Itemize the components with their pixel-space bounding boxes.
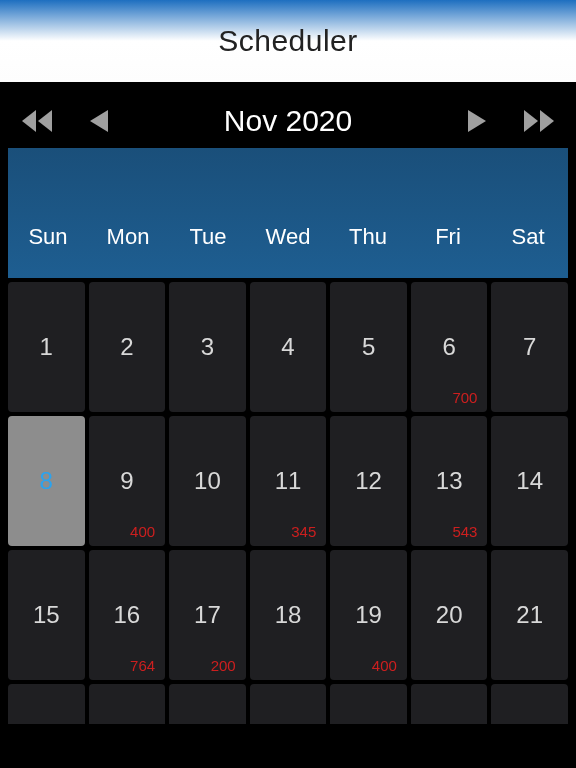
calendar-day-cell[interactable]: 15 xyxy=(8,550,85,680)
day-number: 5 xyxy=(362,333,375,361)
calendar-day-cell[interactable] xyxy=(89,684,166,724)
calendar-day-cell[interactable]: 5 xyxy=(330,282,407,412)
weekday-label: Mon xyxy=(88,224,168,250)
day-number: 2 xyxy=(120,333,133,361)
calendar-day-cell[interactable]: 21 xyxy=(491,550,568,680)
svg-marker-4 xyxy=(524,110,538,132)
calendar-day-cell[interactable]: 17200 xyxy=(169,550,246,680)
svg-marker-1 xyxy=(38,110,52,132)
calendar-day-cell[interactable]: 16764 xyxy=(89,550,166,680)
calendar-day-cell[interactable] xyxy=(250,684,327,724)
weekday-label: Thu xyxy=(328,224,408,250)
chevron-left-icon xyxy=(90,110,108,132)
calendar-day-cell[interactable] xyxy=(491,684,568,724)
calendar-day-cell[interactable] xyxy=(330,684,407,724)
day-number: 12 xyxy=(355,467,382,495)
calendar-day-cell[interactable]: 6700 xyxy=(411,282,488,412)
day-badge: 345 xyxy=(291,523,316,540)
calendar-day-cell[interactable]: 11345 xyxy=(250,416,327,546)
calendar-day-cell[interactable]: 1 xyxy=(8,282,85,412)
weekday-label: Wed xyxy=(248,224,328,250)
day-number: 17 xyxy=(194,601,221,629)
title-bar: Scheduler xyxy=(0,0,576,82)
day-badge: 543 xyxy=(452,523,477,540)
day-number: 16 xyxy=(114,601,141,629)
calendar-day-cell[interactable]: 7 xyxy=(491,282,568,412)
day-number: 11 xyxy=(275,467,302,495)
weekday-label: Tue xyxy=(168,224,248,250)
calendar-day-cell[interactable]: 10 xyxy=(169,416,246,546)
svg-marker-5 xyxy=(540,110,554,132)
svg-marker-0 xyxy=(22,110,36,132)
day-number: 20 xyxy=(436,601,463,629)
calendar-grid: 1234567007894001011345121354314151676417… xyxy=(8,278,568,680)
day-badge: 764 xyxy=(130,657,155,674)
calendar-day-cell[interactable]: 19400 xyxy=(330,550,407,680)
month-navigator: Nov 2020 xyxy=(8,94,568,148)
day-number: 4 xyxy=(281,333,294,361)
weekday-header: SunMonTueWedThuFriSat xyxy=(8,148,568,278)
app-title: Scheduler xyxy=(218,24,358,58)
day-badge: 400 xyxy=(130,523,155,540)
day-number: 19 xyxy=(355,601,382,629)
day-number: 13 xyxy=(436,467,463,495)
weekday-label: Sat xyxy=(488,224,568,250)
double-chevron-right-icon xyxy=(524,110,554,132)
calendar-day-cell[interactable] xyxy=(8,684,85,724)
double-chevron-left-icon xyxy=(22,110,52,132)
svg-marker-3 xyxy=(468,110,486,132)
next-month-button[interactable] xyxy=(460,104,494,138)
svg-marker-2 xyxy=(90,110,108,132)
day-badge: 400 xyxy=(372,657,397,674)
day-number: 15 xyxy=(33,601,60,629)
next-year-button[interactable] xyxy=(522,104,556,138)
day-number: 10 xyxy=(194,467,221,495)
calendar-day-cell[interactable] xyxy=(169,684,246,724)
day-number: 21 xyxy=(516,601,543,629)
calendar-day-cell[interactable]: 18 xyxy=(250,550,327,680)
prev-month-button[interactable] xyxy=(82,104,116,138)
chevron-right-icon xyxy=(468,110,486,132)
calendar-day-cell[interactable]: 8 xyxy=(8,416,85,546)
weekday-label: Fri xyxy=(408,224,488,250)
calendar-day-cell[interactable]: 9400 xyxy=(89,416,166,546)
day-badge: 700 xyxy=(452,389,477,406)
day-number: 7 xyxy=(523,333,536,361)
day-number: 18 xyxy=(275,601,302,629)
day-number: 1 xyxy=(40,333,53,361)
calendar-day-cell[interactable]: 14 xyxy=(491,416,568,546)
calendar-day-cell[interactable]: 3 xyxy=(169,282,246,412)
calendar-day-cell[interactable]: 12 xyxy=(330,416,407,546)
current-month-label: Nov 2020 xyxy=(224,104,352,138)
calendar-day-cell[interactable]: 13543 xyxy=(411,416,488,546)
calendar-grid-partial xyxy=(8,680,568,724)
calendar-day-cell[interactable]: 20 xyxy=(411,550,488,680)
day-number: 3 xyxy=(201,333,214,361)
day-number: 14 xyxy=(516,467,543,495)
prev-year-button[interactable] xyxy=(20,104,54,138)
day-badge: 200 xyxy=(211,657,236,674)
day-number: 8 xyxy=(40,467,53,495)
weekday-label: Sun xyxy=(8,224,88,250)
calendar-day-cell[interactable]: 4 xyxy=(250,282,327,412)
day-number: 6 xyxy=(442,333,455,361)
calendar-day-cell[interactable] xyxy=(411,684,488,724)
calendar-day-cell[interactable]: 2 xyxy=(89,282,166,412)
day-number: 9 xyxy=(120,467,133,495)
